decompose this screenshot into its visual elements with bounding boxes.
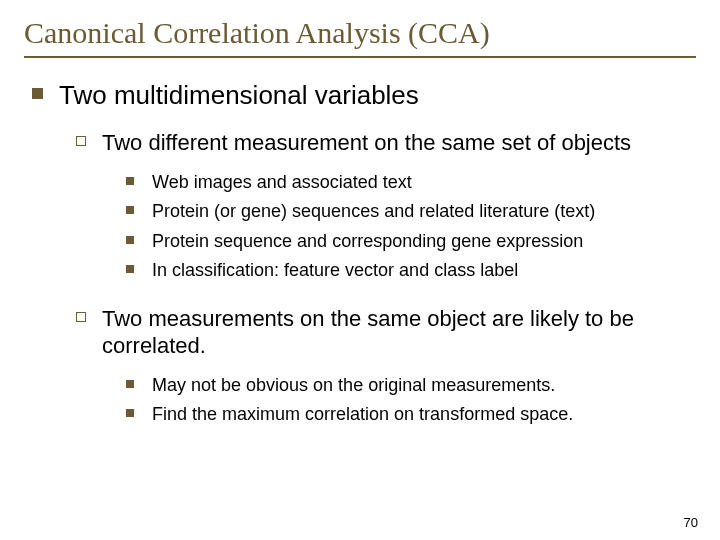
bullet-text: Protein sequence and corresponding gene … [152,230,583,253]
bullet-text: May not be obvious on the original measu… [152,374,555,397]
bullet-level3: Web images and associated text [126,171,696,194]
small-square-bullet-icon [126,409,134,417]
slide-title: Canonical Correlation Analysis (CCA) [24,12,696,58]
bullet-text: Protein (or gene) sequences and related … [152,200,595,223]
bullet-text: Two different measurement on the same se… [102,129,631,157]
small-square-bullet-icon [126,236,134,244]
small-square-bullet-icon [126,380,134,388]
bullet-text: Two measurements on the same object are … [102,305,696,360]
bullet-level3: Protein sequence and corresponding gene … [126,230,696,253]
bullet-level2: Two measurements on the same object are … [76,305,696,360]
bullet-text: Web images and associated text [152,171,412,194]
bullet-text: In classification: feature vector and cl… [152,259,518,282]
small-square-bullet-icon [126,177,134,185]
small-square-bullet-icon [126,265,134,273]
bullet-level3: Find the maximum correlation on transfor… [126,403,696,426]
bullet-level3: Protein (or gene) sequences and related … [126,200,696,223]
open-square-bullet-icon [76,136,86,146]
page-number: 70 [684,515,698,530]
square-bullet-icon [32,88,43,99]
small-square-bullet-icon [126,206,134,214]
bullet-level1: Two multidimensional variables [32,80,696,111]
bullet-text: Two multidimensional variables [59,80,419,111]
open-square-bullet-icon [76,312,86,322]
bullet-level3: May not be obvious on the original measu… [126,374,696,397]
bullet-level3: In classification: feature vector and cl… [126,259,696,282]
bullet-level2: Two different measurement on the same se… [76,129,696,157]
bullet-text: Find the maximum correlation on transfor… [152,403,573,426]
